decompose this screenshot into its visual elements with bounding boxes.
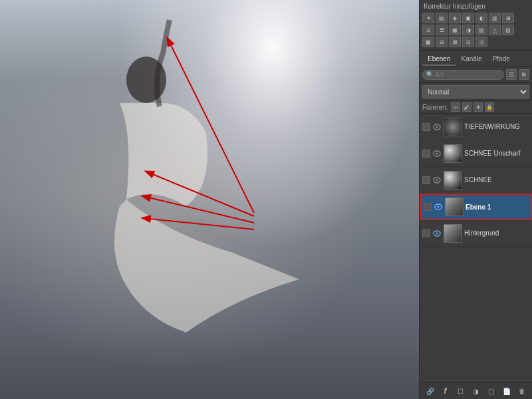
name-ebene-1: Ebene 1: [466, 203, 528, 211]
svg-point-13: [438, 206, 440, 208]
svg-point-9: [436, 152, 438, 154]
hsl-icon[interactable]: ▥: [489, 13, 501, 23]
colorlookup-icon[interactable]: ▦: [449, 25, 461, 35]
thumb-ebene-1: [445, 198, 464, 216]
arrows-overlay: [0, 0, 419, 399]
threshold-icon[interactable]: △: [489, 25, 501, 35]
vibrance-icon[interactable]: ◐: [475, 13, 487, 23]
layer-checkbox-schnee[interactable]: [422, 176, 430, 184]
fix-move-icon[interactable]: ⊹: [451, 102, 460, 112]
levels-icon[interactable]: ▤: [436, 13, 448, 23]
fix-position-icon[interactable]: ✛: [473, 102, 483, 112]
svg-line-5: [143, 218, 254, 229]
curves-icon[interactable]: ◈: [449, 13, 461, 23]
channelmix-icon[interactable]: ☰: [436, 25, 448, 35]
layer-hintergrund[interactable]: Hintergrund: [420, 220, 532, 247]
group-icon[interactable]: ▢: [485, 386, 497, 396]
invert-icon[interactable]: ◑: [462, 25, 474, 35]
layer-schnee[interactable]: SCHNEE: [420, 167, 532, 194]
tool-extra-3[interactable]: ⊡: [462, 37, 474, 47]
svg-line-4: [143, 196, 254, 223]
selectivecolor-icon[interactable]: ▩: [422, 37, 434, 47]
right-panel: Korrektur hinzufügen ☀ ▤ ◈ ▣ ◐ ▥ ⊞ ⊡ ☰ ▦…: [419, 0, 532, 399]
layer-tabs: Ebenen Kanäle Pfade: [420, 51, 532, 66]
fx-icon[interactable]: f: [440, 386, 452, 396]
tab-kanaele[interactable]: Kanäle: [456, 53, 487, 66]
layer-ebene-1[interactable]: Ebene 1: [420, 194, 532, 220]
layer-checkbox-tiefenwirkung[interactable]: [422, 123, 430, 131]
filter-bar: 🔍 ☰ ⊕: [420, 66, 532, 83]
canvas-area: [0, 0, 419, 399]
layer-schnee-unscharf[interactable]: SCHNEE Unscharf: [420, 140, 532, 167]
tool-extra-2[interactable]: ⊠: [449, 37, 461, 47]
name-hintergrund: Hintergrund: [464, 229, 529, 237]
filter-input-wrap: 🔍: [422, 70, 504, 80]
fixieren-label: Fixieren:: [422, 104, 448, 111]
svg-point-1: [126, 57, 166, 103]
fixieren-row: Fixieren: ⊹ 🖌 ✛ 🔒: [420, 101, 532, 114]
photo-background: [0, 0, 419, 399]
fix-brush-icon[interactable]: 🖌: [462, 102, 471, 112]
filter-btn-2[interactable]: ⊕: [519, 69, 529, 80]
filter-btn-1[interactable]: ☰: [506, 69, 517, 80]
name-schnee: SCHNEE: [464, 176, 529, 184]
visibility-ebene-1[interactable]: [434, 202, 443, 211]
colorbalance-icon[interactable]: ⊞: [502, 13, 514, 23]
visibility-tiefenwirkung[interactable]: [432, 122, 442, 132]
corrections-row-2: ⊡ ☰ ▦ ◑ ▧ △ ▨: [422, 25, 529, 35]
visibility-hintergrund[interactable]: [432, 229, 442, 238]
search-icon: 🔍: [426, 71, 434, 78]
svg-line-3: [146, 172, 254, 216]
tab-ebenen[interactable]: Ebenen: [422, 53, 456, 66]
gradientmap-icon[interactable]: ▨: [502, 25, 514, 35]
brightness-icon[interactable]: ☀: [422, 13, 434, 23]
adjustment-icon[interactable]: ◑: [470, 386, 482, 396]
corrections-title: Korrektur hinzufügen: [422, 3, 529, 10]
layer-tiefenwirkung[interactable]: TIEFENWIRKUNG: [420, 114, 532, 140]
corrections-row-1: ☀ ▤ ◈ ▣ ◐ ▥ ⊞: [422, 13, 529, 23]
layer-checkbox-schnee-unscharf[interactable]: [422, 150, 430, 158]
link-layers-icon[interactable]: 🔗: [424, 386, 436, 396]
svg-point-7: [436, 126, 438, 128]
thumb-hintergrund: [444, 224, 462, 243]
blend-mode-select[interactable]: Normal Auflösen Abdunkeln: [422, 85, 529, 98]
name-tiefenwirkung: TIEFENWIRKUNG: [464, 123, 529, 130]
corrections-panel: Korrektur hinzufügen ☀ ▤ ◈ ▣ ◐ ▥ ⊞ ⊡ ☰ ▦…: [420, 0, 532, 51]
name-schnee-unscharf: SCHNEE Unscharf: [464, 150, 529, 157]
bottom-icons-bar: 🔗 f ☐ ◑ ▢ 📄 🗑: [420, 382, 532, 399]
layer-checkbox-hintergrund[interactable]: [422, 229, 430, 237]
exposure-icon[interactable]: ▣: [462, 13, 474, 23]
layer-checkbox-ebene-1[interactable]: [424, 203, 432, 211]
layers-list: TIEFENWIRKUNG SCHNEE Unscharf SCHNEE: [420, 114, 532, 382]
svg-point-15: [436, 232, 438, 234]
delete-layer-icon[interactable]: 🗑: [516, 386, 528, 396]
tool-extra-4[interactable]: ◎: [475, 37, 487, 47]
tool-extra-1[interactable]: ⊟: [436, 37, 448, 47]
visibility-schnee-unscharf[interactable]: [432, 149, 442, 158]
filter-input[interactable]: [435, 71, 475, 78]
visibility-schnee[interactable]: [432, 176, 442, 185]
blend-mode-row: Normal Auflösen Abdunkeln: [420, 83, 532, 101]
fix-lock-icon[interactable]: 🔒: [485, 102, 494, 112]
thumb-tiefenwirkung: [444, 118, 462, 136]
mask-icon[interactable]: ☐: [455, 386, 467, 396]
thumb-schnee: [444, 171, 462, 190]
corrections-row-3: ▩ ⊟ ⊠ ⊡ ◎: [422, 37, 529, 47]
posterize-icon[interactable]: ▧: [475, 25, 487, 35]
tab-pfade[interactable]: Pfade: [487, 53, 515, 66]
svg-line-2: [168, 39, 254, 213]
svg-point-11: [436, 179, 438, 181]
new-layer-icon[interactable]: 📄: [501, 386, 513, 396]
photfilter-icon[interactable]: ⊡: [422, 25, 434, 35]
thumb-schnee-unscharf: [444, 144, 462, 163]
